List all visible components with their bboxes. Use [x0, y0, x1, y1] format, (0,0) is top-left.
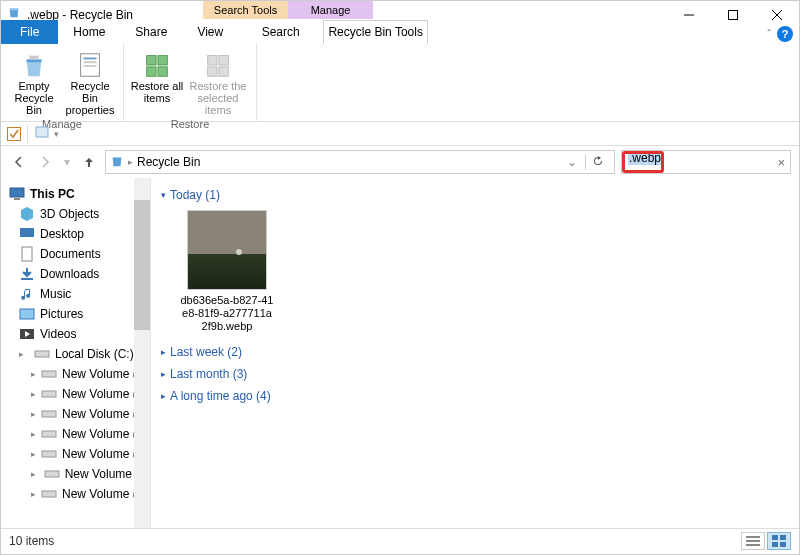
clear-search-button[interactable]: × [777, 155, 785, 170]
address-dropdown-icon[interactable]: ⌄ [561, 155, 583, 170]
context-tab-manage[interactable]: Manage [288, 1, 373, 19]
history-dropdown-icon[interactable]: ▾ [61, 152, 73, 172]
tree-item-new-volume-h[interactable]: ▸New Volume (H:) [1, 444, 150, 464]
tab-share[interactable]: Share [120, 20, 182, 44]
svg-rect-33 [772, 535, 778, 540]
sidebar-scroll-thumb[interactable] [134, 200, 150, 330]
back-button[interactable] [9, 152, 29, 172]
drive-icon [41, 486, 57, 502]
drive-icon [41, 406, 57, 422]
up-button[interactable] [79, 152, 99, 172]
qat-checkbox[interactable] [7, 127, 21, 141]
tree-root-this-pc[interactable]: This PC [1, 184, 150, 204]
search-input[interactable]: .webp [621, 150, 791, 174]
context-tab-search-tools[interactable]: Search Tools [203, 1, 288, 19]
chevron-right-icon[interactable]: ▸ [31, 389, 36, 399]
chevron-right-icon[interactable]: ▸ [128, 157, 133, 167]
ribbon-group-restore: Restore [171, 116, 210, 132]
svg-rect-10 [208, 56, 217, 65]
tree-item-3d-objects[interactable]: 3D Objects [1, 204, 150, 224]
tree-item-pictures[interactable]: Pictures [1, 304, 150, 324]
cube-icon [19, 206, 35, 222]
group-header-last-week[interactable]: ▸Last week (2) [161, 341, 789, 363]
navigation-pane: This PC 3D Objects Desktop Documents Dow… [1, 178, 151, 528]
tree-item-documents[interactable]: Documents [1, 244, 150, 264]
svg-rect-26 [42, 431, 56, 437]
tree-item-new-volume-g[interactable]: ▸New Volume (G:) [1, 424, 150, 444]
svg-rect-5 [83, 65, 96, 67]
recycle-bin-icon [110, 154, 124, 171]
tree-item-new-volume-d[interactable]: ▸New Volume (D:) [1, 364, 150, 384]
svg-rect-11 [219, 56, 228, 65]
svg-rect-23 [42, 371, 56, 377]
svg-rect-1 [29, 56, 38, 60]
group-header-last-month[interactable]: ▸Last month (3) [161, 363, 789, 385]
svg-rect-36 [780, 542, 786, 547]
drive-icon [41, 366, 57, 382]
chevron-right-icon: ▸ [161, 347, 166, 357]
ribbon-collapse-icon[interactable]: ˆ [767, 28, 771, 40]
chevron-right-icon[interactable]: ▸ [31, 469, 39, 479]
navigation-row: ▾ ▸ Recycle Bin ⌄ .webp × [1, 146, 799, 178]
qat-dropdown-icon[interactable]: ▾ [54, 129, 59, 139]
chevron-right-icon: ▸ [161, 391, 166, 401]
drive-icon [44, 466, 60, 482]
status-item-count: 10 items [9, 534, 54, 548]
details-view-button[interactable] [741, 532, 765, 550]
tree-item-videos[interactable]: Videos [1, 324, 150, 344]
tree-item-local-disk-c[interactable]: ▸Local Disk (C:) [1, 344, 150, 364]
svg-rect-9 [158, 67, 167, 76]
svg-rect-25 [42, 411, 56, 417]
refresh-button[interactable] [585, 155, 610, 170]
tree-item-desktop[interactable]: Desktop [1, 224, 150, 244]
tab-recycle-bin-tools[interactable]: Recycle Bin Tools [323, 20, 428, 44]
chevron-right-icon[interactable]: ▸ [31, 489, 36, 499]
chevron-right-icon[interactable]: ▸ [31, 449, 36, 459]
svg-rect-4 [83, 61, 96, 63]
chevron-right-icon: ▸ [161, 369, 166, 379]
group-header-today[interactable]: ▾Today (1) [161, 184, 789, 206]
restore-all-items-button[interactable]: Restore all items [130, 46, 184, 116]
tab-view[interactable]: View [182, 20, 238, 44]
tab-file[interactable]: File [1, 20, 58, 44]
drive-icon [34, 346, 50, 362]
tree-item-downloads[interactable]: Downloads [1, 264, 150, 284]
svg-rect-12 [208, 67, 217, 76]
pictures-icon [19, 306, 35, 322]
tab-search[interactable]: Search [238, 20, 323, 44]
recycle-bin-properties-button[interactable]: Recycle Bin properties [63, 46, 117, 116]
chevron-right-icon[interactable]: ▸ [31, 409, 36, 419]
svg-rect-31 [746, 540, 760, 542]
drive-icon [41, 386, 57, 402]
tree-item-new-volume-j[interactable]: ▸New Volume (J:) [1, 484, 150, 504]
svg-rect-8 [147, 67, 156, 76]
thumbnails-view-button[interactable] [767, 532, 791, 550]
svg-rect-0 [729, 11, 738, 20]
svg-rect-35 [772, 542, 778, 547]
tree-item-new-volume-i[interactable]: ▸New Volume (I:) [1, 464, 150, 484]
tree-item-music[interactable]: Music [1, 284, 150, 304]
svg-rect-3 [83, 58, 96, 60]
ribbon: Empty Recycle Bin Recycle Bin properties… [1, 44, 799, 122]
svg-rect-13 [219, 67, 228, 76]
empty-recycle-bin-button[interactable]: Empty Recycle Bin [7, 46, 61, 116]
tab-home[interactable]: Home [58, 20, 120, 44]
group-header-long-time-ago[interactable]: ▸A long time ago (4) [161, 385, 789, 407]
svg-rect-34 [780, 535, 786, 540]
qat-item-icon[interactable] [34, 124, 50, 143]
help-icon[interactable]: ? [777, 26, 793, 42]
tree-item-new-volume-e[interactable]: ▸New Volume (E:) [1, 384, 150, 404]
chevron-right-icon[interactable]: ▸ [31, 429, 36, 439]
chevron-right-icon[interactable]: ▸ [31, 369, 36, 379]
monitor-icon [9, 186, 25, 202]
videos-icon [19, 326, 35, 342]
svg-rect-30 [746, 536, 760, 538]
svg-rect-20 [20, 309, 34, 319]
address-location: Recycle Bin [137, 155, 200, 169]
tree-item-new-volume-f[interactable]: ▸New Volume (F:) [1, 404, 150, 424]
music-icon [19, 286, 35, 302]
file-item[interactable]: db636e5a-b827-41e8-81f9-a277711a2f9b.web… [179, 210, 275, 333]
address-bar[interactable]: ▸ Recycle Bin ⌄ [105, 150, 615, 174]
chevron-right-icon[interactable]: ▸ [19, 349, 29, 359]
restore-all-icon [142, 50, 172, 80]
